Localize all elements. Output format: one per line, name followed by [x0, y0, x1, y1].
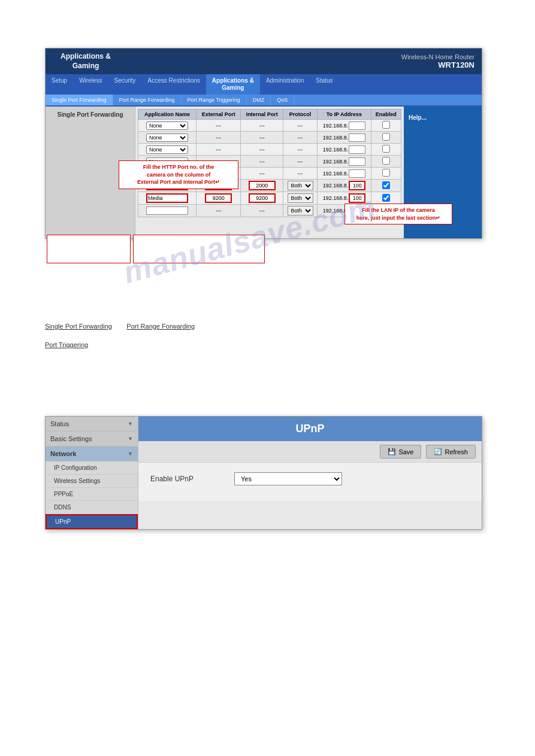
- router-subnav: Single Port Forwarding Port Range Forwar…: [46, 95, 482, 107]
- chevron-down-icon: ▼: [128, 451, 133, 457]
- save-button[interactable]: 💾 Save: [380, 445, 421, 459]
- nav-wireless[interactable]: Wireless: [73, 74, 108, 95]
- table-row: None --- --- --- 192.168.8.: [138, 168, 401, 180]
- ip-last-8[interactable]: [349, 207, 365, 215]
- enabled-4[interactable]: [382, 157, 390, 165]
- ext-port-5: ---: [197, 168, 241, 180]
- ip-prefix-8: 192.168.8.: [323, 208, 349, 214]
- sidebar-basic-label: Basic Settings: [50, 435, 92, 442]
- table-row: None --- --- --- 192.168.8.: [138, 144, 401, 156]
- nav-access[interactable]: Access Restrictions: [142, 74, 206, 95]
- ip-last-3[interactable]: [349, 145, 365, 154]
- proto-3: ---: [283, 144, 318, 156]
- ext-port-media[interactable]: [205, 193, 232, 203]
- nav-security[interactable]: Security: [108, 74, 141, 95]
- sidebar-btn-status[interactable]: Status ▼: [46, 417, 138, 432]
- enabled-media[interactable]: [382, 194, 390, 202]
- ext-port-3: ---: [197, 144, 241, 156]
- col-ext-port: External Port: [197, 110, 241, 120]
- sidebar-sub-pppoe[interactable]: PPPoE: [46, 488, 138, 501]
- enabled-5[interactable]: [382, 169, 390, 177]
- sidebar-sub-upnp[interactable]: UPnP: [46, 514, 138, 529]
- table-row: None --- --- --- 192.168.8.: [138, 132, 401, 144]
- nav-status[interactable]: Status: [310, 74, 338, 95]
- sidebar-sub-ip-config[interactable]: IP Configuration: [46, 462, 138, 475]
- link-port-triggering[interactable]: Port Triggering: [45, 341, 88, 348]
- chevron-down-icon: ▼: [128, 421, 133, 427]
- col-ip-addr: To IP Address: [318, 110, 371, 120]
- router-model: WRT120N: [438, 60, 474, 69]
- link-single-port[interactable]: Single Port Forwarding: [45, 323, 112, 330]
- subnav-single-port[interactable]: Single Port Forwarding: [46, 95, 113, 105]
- subnav-qos[interactable]: QoS: [271, 95, 294, 105]
- app-select-3[interactable]: None: [146, 145, 188, 154]
- app-select-1[interactable]: None: [146, 122, 188, 130]
- enabled-2[interactable]: [382, 133, 390, 141]
- sidebar-network-label: Network: [50, 450, 76, 457]
- proto-8[interactable]: Both: [288, 206, 313, 215]
- nav-admin[interactable]: Administration: [260, 74, 310, 95]
- proto-media[interactable]: Both: [288, 193, 313, 203]
- col-int-port: Internal Port: [241, 110, 283, 120]
- ip-last-media[interactable]: [349, 193, 365, 203]
- app-select-5[interactable]: None: [146, 169, 188, 178]
- text-paragraph-2: [45, 304, 482, 316]
- ip-last-1[interactable]: [349, 122, 365, 130]
- subnav-range-forwarding[interactable]: Port Range Forwarding: [113, 95, 182, 105]
- app-input-media[interactable]: [146, 193, 188, 203]
- router-header-right: Wireless-N Home Router WRT120N: [401, 53, 474, 69]
- ip-prefix-2: 192.168.8.: [323, 135, 349, 141]
- text-paragraph-1: [45, 287, 482, 299]
- enabled-1[interactable]: [382, 121, 390, 129]
- sidebar-btn-basic-settings[interactable]: Basic Settings ▼: [46, 432, 138, 447]
- text-paragraph-4: Port Triggering: [45, 339, 482, 351]
- sidebar-sub-wireless[interactable]: Wireless Settings: [46, 475, 138, 488]
- sidebar-status-label: Status: [50, 420, 69, 427]
- upnp-sidebar: Status ▼ Basic Settings ▼ Network ▼ IP C…: [46, 417, 138, 529]
- link-port-range[interactable]: Port Range Forwarding: [126, 323, 195, 330]
- ip-prefix-3: 192.168.8.: [323, 147, 349, 153]
- proto-1: ---: [283, 120, 318, 132]
- int-port-2: ---: [241, 132, 283, 144]
- router-nav: Setup Wireless Security Access Restricti…: [46, 74, 482, 95]
- help-label: Help...: [409, 114, 427, 121]
- ip-last-2[interactable]: [349, 133, 365, 142]
- ext-port-2: ---: [197, 132, 241, 144]
- ip-last-http[interactable]: [349, 181, 365, 190]
- refresh-icon: 🔄: [434, 448, 442, 456]
- app-select-4[interactable]: None: [146, 157, 188, 166]
- proto-http[interactable]: Both: [288, 181, 313, 190]
- upnp-toolbar: 💾 Save 🔄 Refresh: [138, 441, 482, 463]
- port-forward-table: Application Name External Port Internal …: [138, 109, 401, 217]
- enable-upnp-select[interactable]: Yes No: [234, 472, 342, 485]
- int-port-media[interactable]: [249, 193, 276, 203]
- refresh-button[interactable]: 🔄 Refresh: [426, 445, 476, 459]
- sidebar-btn-network[interactable]: Network ▼: [46, 447, 138, 462]
- ip-prefix-4: 192.168.8.: [323, 159, 349, 165]
- subnav-range-triggering[interactable]: Port Range Triggering: [182, 95, 247, 105]
- upnp-enable-row: Enable UPnP Yes No: [150, 472, 470, 485]
- int-port-http[interactable]: [249, 181, 276, 190]
- enabled-http[interactable]: [382, 181, 390, 189]
- ip-last-4[interactable]: [349, 157, 365, 166]
- int-port-5: ---: [241, 168, 283, 180]
- table-row-media: Both 192.168.8.: [138, 192, 401, 205]
- app-input-8[interactable]: [146, 207, 188, 215]
- app-select-2[interactable]: None: [146, 133, 188, 142]
- proto-2: ---: [283, 132, 318, 144]
- callout-empty-2: [133, 235, 265, 263]
- int-port-8: ---: [241, 205, 283, 217]
- nav-setup[interactable]: Setup: [46, 74, 73, 95]
- subnav-dmz[interactable]: DMZ: [247, 95, 271, 105]
- sidebar-title: Single Port Forwarding: [49, 111, 131, 118]
- ip-prefix-5: 192.168.8.: [323, 171, 349, 177]
- proto-4: ---: [283, 156, 318, 168]
- nav-apps-gaming[interactable]: Applications & Gaming: [206, 74, 260, 95]
- app-input-http[interactable]: [146, 181, 188, 190]
- enabled-3[interactable]: [382, 145, 390, 153]
- ext-port-http[interactable]: [205, 181, 232, 190]
- ip-prefix-1: 192.168.8.: [323, 123, 349, 129]
- ip-last-5[interactable]: [349, 169, 365, 178]
- enabled-8[interactable]: [382, 207, 390, 214]
- sidebar-sub-ddns[interactable]: DDNS: [46, 501, 138, 514]
